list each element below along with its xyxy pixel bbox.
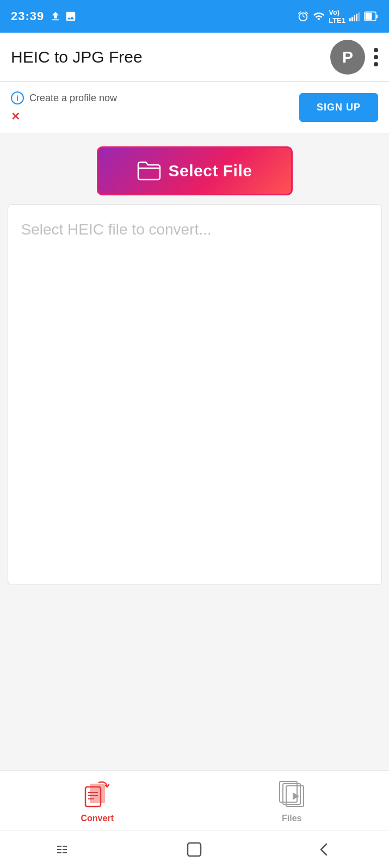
back-button[interactable] [308,839,341,860]
convert-icon [78,778,117,810]
battery-icon [364,10,378,22]
volte-indicator: Vo)LTE1 [329,8,345,24]
bottom-navigation: Convert Files [0,770,389,830]
status-icons-right: Vo)LTE1 [297,8,378,24]
info-icon: i [11,91,24,104]
menu-dot-1 [374,48,378,52]
parking-icon: P [330,40,365,75]
home-button[interactable] [178,839,211,860]
svg-marker-16 [293,792,299,800]
svg-rect-19 [57,852,61,853]
more-options-button[interactable] [374,48,378,66]
convert-nav-icon [78,778,117,810]
app-title: HEIC to JPG Free [11,48,143,66]
app-bar: HEIC to JPG Free P [0,33,389,82]
svg-rect-20 [63,846,67,847]
signal-icon [349,10,361,22]
banner-left: i Create a profile now ✕ [11,91,117,123]
nav-item-files[interactable]: Files [195,778,390,823]
wifi-icon [312,10,325,22]
svg-rect-1 [351,17,353,21]
select-file-button[interactable]: Select File [97,146,293,195]
svg-rect-4 [358,13,360,21]
close-banner-button[interactable]: ✕ [11,110,117,123]
files-nav-label: Files [282,814,301,823]
recent-apps-icon [55,841,75,858]
sign-up-button[interactable]: SIGN UP [299,93,378,122]
banner-info-row: i Create a profile now [11,91,117,104]
image-icon [65,10,77,22]
status-bar: 23:39 Vo)LTE1 [0,0,389,33]
alarm-icon [297,10,309,22]
menu-dot-3 [374,62,378,66]
svg-rect-0 [349,19,351,21]
svg-rect-17 [57,846,61,847]
file-area-placeholder: Select HEIC file to convert... [21,221,212,238]
svg-rect-18 [57,849,61,850]
select-file-label: Select File [169,162,252,181]
status-bar-left: 23:39 [11,9,77,23]
recent-apps-button[interactable] [48,839,81,860]
main-content: Select File Select HEIC file to convert.… [0,133,389,585]
svg-rect-6 [376,15,378,18]
svg-rect-3 [356,14,357,21]
svg-rect-22 [63,852,67,853]
nav-item-convert[interactable]: Convert [0,778,195,823]
sign-up-banner: i Create a profile now ✕ SIGN UP [0,82,389,133]
status-time: 23:39 [11,9,44,23]
svg-rect-2 [354,15,355,21]
folder-open-icon [137,161,161,181]
files-icon [275,778,308,810]
banner-text: Create a profile now [29,93,117,104]
home-icon [184,840,204,859]
files-nav-icon [272,778,311,810]
menu-dot-2 [374,55,378,59]
system-navigation-bar [0,830,389,868]
svg-rect-14 [283,784,300,804]
status-icons-left [50,10,77,22]
convert-nav-label: Convert [81,814,114,823]
back-icon [317,840,332,859]
file-display-area: Select HEIC file to convert... [8,204,382,585]
svg-rect-13 [280,781,297,802]
upload-icon [50,10,61,22]
svg-rect-23 [188,843,201,856]
app-bar-right: P [330,40,378,75]
svg-rect-21 [63,849,67,850]
svg-rect-7 [366,13,372,20]
